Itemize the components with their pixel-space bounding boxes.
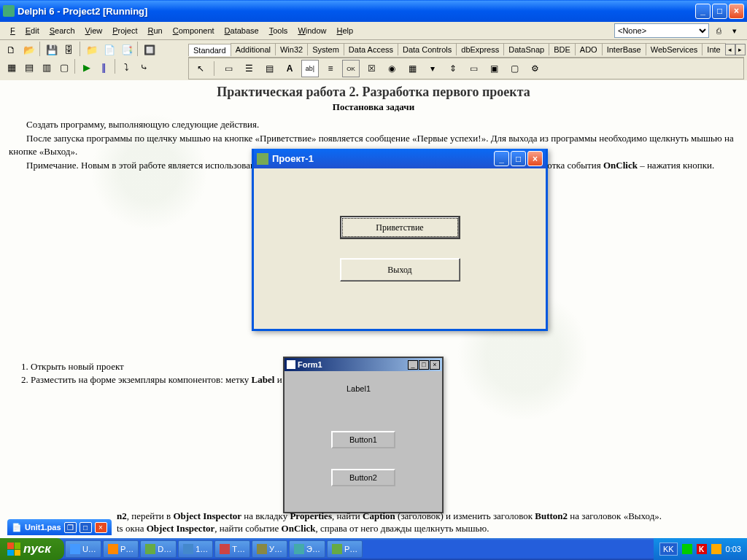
- unit-tab-bar[interactable]: 📄 Unit1.pas ❐ □ ×: [7, 519, 112, 535]
- step-into-button[interactable]: ⤷: [136, 59, 152, 75]
- design-minimize-button[interactable]: _: [408, 360, 418, 370]
- tab-ado[interactable]: ADO: [575, 43, 603, 55]
- language-indicator[interactable]: KK: [659, 542, 678, 556]
- combo-none[interactable]: <None>: [614, 23, 709, 38]
- doc-p1: Создать программу, выполняющую следующие…: [9, 118, 738, 131]
- menu-search[interactable]: Search: [45, 25, 80, 36]
- design-maximize-button[interactable]: □: [419, 360, 429, 370]
- frames-icon[interactable]: ▭: [220, 60, 237, 77]
- task-item[interactable]: Т…: [214, 540, 250, 558]
- tray-icon-kaspersky[interactable]: K: [697, 544, 707, 554]
- toolbar-icon-1[interactable]: ⎙: [712, 24, 725, 37]
- menu-help[interactable]: Help: [333, 25, 358, 36]
- pause-button[interactable]: ‖: [96, 59, 112, 75]
- start-button[interactable]: пуск: [0, 538, 64, 560]
- toolbar-icon-2[interactable]: ▾: [728, 24, 741, 37]
- run-button[interactable]: ▶: [78, 59, 95, 75]
- tab-bde[interactable]: BDE: [549, 43, 576, 55]
- minimize-button[interactable]: _: [695, 4, 711, 19]
- task-item[interactable]: 1…: [178, 540, 213, 558]
- checkbox-icon[interactable]: ☒: [363, 60, 380, 77]
- tray-icon[interactable]: [682, 544, 692, 554]
- design-canvas[interactable]: Label1 Button1 Button2: [285, 371, 442, 512]
- menu-view[interactable]: View: [81, 25, 107, 36]
- add-file-button[interactable]: 📄: [101, 42, 117, 58]
- step-over-button[interactable]: ⤵: [118, 59, 135, 75]
- tab-win32[interactable]: Win32: [275, 43, 308, 55]
- menu-run[interactable]: Run: [143, 25, 166, 36]
- tab-dataaccess[interactable]: Data Access: [344, 43, 398, 55]
- form-close-button[interactable]: ×: [527, 151, 543, 166]
- menu-file[interactable]: F: [6, 25, 20, 36]
- tile-button[interactable]: ▢: [55, 59, 72, 75]
- unit-restore-button[interactable]: ❐: [64, 522, 77, 533]
- edit-icon[interactable]: ab|: [301, 60, 319, 77]
- actionlist-icon[interactable]: ⚙: [526, 60, 543, 77]
- tab-inte[interactable]: Inte: [702, 43, 725, 55]
- label1[interactable]: Label1: [347, 384, 371, 393]
- task-item[interactable]: P…: [327, 540, 363, 558]
- greeting-button[interactable]: Приветствие: [340, 216, 460, 239]
- radiogroup-icon[interactable]: ▣: [485, 60, 503, 77]
- form-titlebar[interactable]: Проект-1 _ □ ×: [254, 149, 546, 168]
- form-minimize-button[interactable]: _: [494, 151, 509, 166]
- toggle-button[interactable]: ▤: [20, 59, 37, 75]
- design-close-button[interactable]: ×: [430, 360, 440, 370]
- design-titlebar[interactable]: Form1 _ □ ×: [285, 358, 442, 371]
- menu-database[interactable]: Database: [220, 25, 263, 36]
- form-maximize-button[interactable]: □: [511, 151, 526, 166]
- popupmenu-icon[interactable]: ▤: [260, 60, 278, 77]
- menu-edit[interactable]: Edit: [21, 25, 44, 36]
- button2[interactable]: Button2: [331, 469, 395, 486]
- new-button[interactable]: 🗋: [3, 42, 20, 58]
- task-item[interactable]: P…: [103, 540, 139, 558]
- menu-component[interactable]: Component: [169, 25, 219, 36]
- memo-icon[interactable]: ≡: [322, 60, 339, 77]
- menu-window[interactable]: Window: [293, 25, 330, 36]
- panel-icon[interactable]: ▢: [506, 60, 523, 77]
- system-tray: KK K 0:03: [654, 538, 747, 560]
- task-item[interactable]: U…: [65, 540, 101, 558]
- unit-maximize-button[interactable]: □: [80, 522, 92, 533]
- tab-dbexpress[interactable]: dbExpress: [456, 43, 504, 55]
- task-item[interactable]: Э…: [289, 540, 325, 558]
- running-form[interactable]: Проект-1 _ □ × Приветствие Выход: [252, 149, 548, 331]
- tray-icon[interactable]: [711, 544, 721, 554]
- tab-webservices[interactable]: WebServices: [646, 43, 703, 55]
- button1[interactable]: Button1: [331, 431, 395, 448]
- palette-scroll-left[interactable]: ◂: [725, 44, 735, 55]
- groupbox-icon[interactable]: ▭: [465, 60, 482, 77]
- exit-button[interactable]: Выход: [340, 258, 460, 281]
- tab-datacontrols[interactable]: Data Controls: [398, 43, 457, 55]
- button-icon[interactable]: OK: [342, 60, 360, 77]
- save-button[interactable]: 💾: [43, 42, 60, 58]
- unit-close-button[interactable]: ×: [95, 522, 107, 533]
- open-project-button[interactable]: 📁: [83, 42, 100, 58]
- tab-datasnap[interactable]: DataSnap: [503, 43, 549, 55]
- menu-tools[interactable]: Tools: [265, 25, 293, 36]
- radiobutton-icon[interactable]: ◉: [383, 60, 400, 77]
- label-icon[interactable]: A: [281, 60, 298, 77]
- combobox-icon[interactable]: ▾: [424, 60, 441, 77]
- tab-interbase[interactable]: InterBase: [602, 43, 646, 55]
- menu-project[interactable]: Project: [108, 25, 142, 36]
- close-button[interactable]: ×: [729, 4, 744, 19]
- tab-additional[interactable]: Additional: [231, 43, 276, 55]
- palette-scroll-right[interactable]: ▸: [735, 44, 746, 55]
- remove-file-button[interactable]: 📑: [118, 42, 135, 58]
- maximize-button[interactable]: □: [712, 4, 727, 19]
- saveall-button[interactable]: 🗄: [61, 42, 77, 58]
- task-item[interactable]: D…: [140, 540, 177, 558]
- view-form-button[interactable]: ▦: [3, 59, 20, 75]
- arrow-icon[interactable]: ↖: [192, 60, 209, 77]
- clock[interactable]: 0:03: [726, 545, 741, 553]
- scrollbar-icon[interactable]: ⇕: [444, 60, 462, 77]
- open-button[interactable]: 📂: [20, 42, 37, 58]
- view-unit-button[interactable]: 🔲: [141, 42, 158, 58]
- tab-system[interactable]: System: [307, 43, 344, 55]
- new-form-button[interactable]: ▥: [38, 59, 55, 75]
- listbox-icon[interactable]: ▦: [403, 60, 421, 77]
- task-item[interactable]: У…: [252, 540, 287, 558]
- tab-standard[interactable]: Standard: [188, 44, 231, 56]
- mainmenu-icon[interactable]: ☰: [240, 60, 258, 77]
